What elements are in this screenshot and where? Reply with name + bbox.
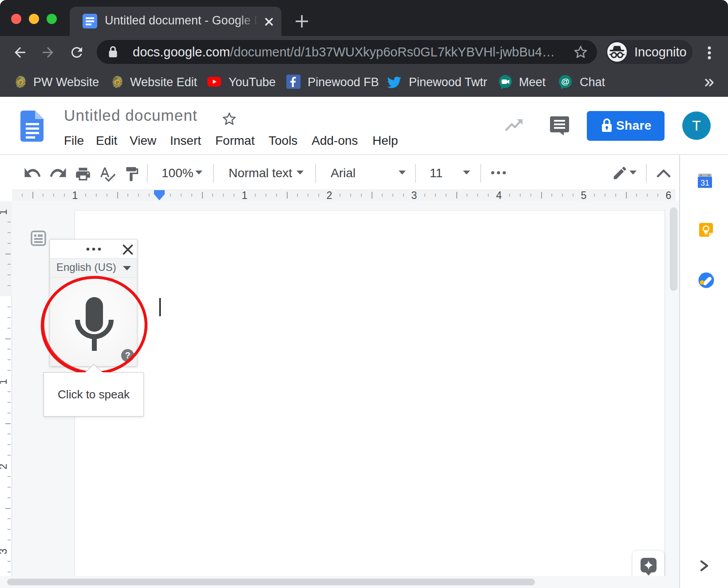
svg-text:P: P bbox=[116, 80, 119, 85]
svg-text:P: P bbox=[19, 80, 22, 85]
svg-text:31: 31 bbox=[700, 179, 709, 187]
svg-text:@: @ bbox=[561, 77, 570, 86]
